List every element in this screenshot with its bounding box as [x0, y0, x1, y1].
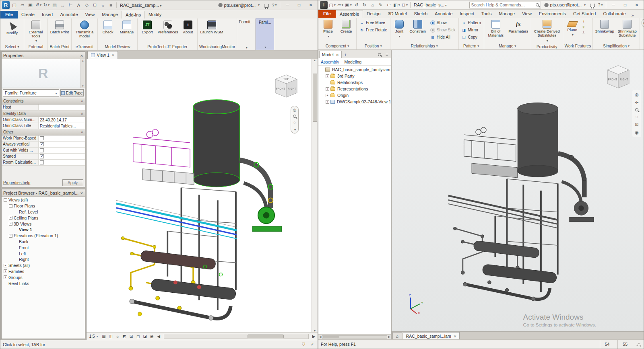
crop-view-icon[interactable]: ⊡ — [128, 333, 134, 339]
tree-item[interactable]: − Floor Plans — [2, 203, 85, 209]
tree-expander[interactable]: − — [9, 234, 12, 238]
home-tab[interactable]: ⌂ — [392, 332, 402, 339]
close-icon[interactable] — [80, 53, 83, 58]
checkbox[interactable] — [40, 160, 44, 164]
tree-item[interactable]: View 1 — [2, 227, 85, 233]
tree-item[interactable]: + Families — [2, 269, 85, 275]
navigation-bar[interactable]: ◎ ◌ — [291, 106, 299, 133]
create-derived-substitutes-button[interactable]: Create Derived Substitutes — [533, 19, 561, 43]
tree-expander[interactable]: + — [326, 100, 329, 104]
search-icon[interactable] — [536, 3, 539, 6]
redo-icon[interactable]: ↻ — [43, 2, 50, 8]
ribbon-tab[interactable]: File — [318, 10, 336, 18]
formit-panel-caret[interactable] — [245, 45, 248, 50]
about-button[interactable]: i About — [180, 20, 196, 35]
ribbon-tab[interactable]: Create — [18, 11, 38, 18]
tree-item[interactable]: Relationships — [318, 79, 391, 86]
tree-item[interactable]: − 3D Views — [2, 221, 85, 227]
checkbox[interactable] — [40, 148, 44, 152]
tree-expander[interactable]: + — [4, 275, 7, 279]
property-row[interactable]: Always vertical ✓ — [2, 142, 85, 148]
revit-logo-menu[interactable]: R — [2, 1, 10, 9]
property-row[interactable]: Cut with Voids ... — [2, 148, 85, 154]
minimize-button[interactable] — [608, 1, 619, 8]
copy-button[interactable]: ❏ Copy — [460, 34, 483, 41]
axis-icon[interactable]: / — [581, 19, 586, 24]
visual-style-icon[interactable]: ◫ — [108, 333, 114, 339]
vertical-scrollbar[interactable]: ▲ ▼ — [312, 59, 318, 332]
inventor-logo-menu[interactable]: I — [320, 1, 328, 9]
joint-button[interactable]: Joint — [392, 19, 407, 39]
revit-3d-canvas[interactable]: TOP FRONT RIGHT ◎ ◌ — [87, 59, 312, 332]
plane-button[interactable]: Plane — [564, 19, 580, 38]
sun-path-icon[interactable]: ☼ — [99, 2, 106, 8]
tree-expander[interactable]: + — [4, 269, 7, 273]
browser-horizontal-scrollbar[interactable]: ◀ ▶ — [318, 334, 391, 339]
orbit-icon[interactable]: ◌ — [636, 114, 638, 119]
show-button[interactable]: Show — [429, 19, 457, 26]
external-tools-button[interactable]: External Tools — [25, 20, 46, 43]
tree-expander[interactable]: − — [9, 222, 12, 226]
property-row[interactable]: Shared ✓ — [2, 154, 85, 160]
property-row[interactable]: Work Plane-Based — [2, 135, 85, 142]
tree-item[interactable]: Revit Links — [2, 280, 85, 286]
panel-label-component[interactable]: Component — [318, 43, 356, 49]
launch-wsm-button[interactable]: Launch WSM — [199, 20, 225, 35]
properties-help-link[interactable]: Properties help — [3, 181, 30, 185]
measure-icon[interactable]: ↔ — [59, 2, 66, 8]
close-icon[interactable] — [80, 191, 83, 195]
cart-icon[interactable] — [263, 2, 270, 8]
ribbon-tab[interactable]: Design — [363, 10, 384, 18]
ribbon-tab[interactable]: Insert — [38, 11, 57, 18]
ribbon-tab[interactable]: View — [518, 10, 535, 18]
scrollbar-thumb[interactable] — [313, 74, 317, 122]
shrinkwrap-button[interactable]: Shrinkwrap — [594, 19, 615, 34]
design-options-icon[interactable]: ✓ — [310, 342, 315, 347]
check-button[interactable]: Check — [99, 20, 117, 35]
parameters-button[interactable]: fx Parameters — [507, 19, 530, 34]
family-panel-caret[interactable] — [264, 44, 266, 50]
tree-expander[interactable]: − — [9, 204, 12, 208]
look-at-icon[interactable]: ⊡ — [635, 122, 638, 127]
browser-menu-icon[interactable]: ≡ — [384, 51, 390, 58]
tree-item[interactable]: RAC_basic_sample_family.iam — [318, 66, 391, 73]
fullnav-wheel-icon[interactable]: ◎ — [635, 92, 639, 97]
save-icon[interactable]: ▣ — [345, 2, 352, 8]
tree-item[interactable]: Front — [2, 244, 85, 250]
shadows-icon[interactable]: ◩ — [122, 333, 128, 339]
tree-item[interactable]: Ref. Level — [2, 209, 85, 215]
horizontal-scrollbar[interactable] — [164, 334, 309, 339]
create-button[interactable]: Create — [337, 19, 355, 34]
batch-print-button[interactable]: Batch Print — [49, 20, 70, 35]
property-row[interactable]: OmniClass Title Residential Tables... — [2, 123, 85, 129]
export-button[interactable]: JT Export — [139, 20, 156, 35]
hide-all-button[interactable]: ⊟ Hide All — [429, 34, 457, 41]
pan-icon[interactable]: ✛ — [635, 100, 638, 105]
tree-item[interactable]: + Origin — [318, 92, 391, 99]
tree-item[interactable]: + Ceiling Plans — [2, 215, 85, 221]
scroll-right-icon[interactable]: ▶ — [311, 333, 317, 339]
checkbox[interactable] — [40, 136, 44, 140]
manage-button[interactable]: Manage — [118, 20, 136, 35]
zoom-icon[interactable] — [293, 115, 296, 118]
tree-item[interactable]: + Representations — [318, 86, 391, 92]
reveal-hidden-icon[interactable]: ◉ — [149, 333, 155, 339]
text-icon[interactable]: A — [75, 2, 82, 8]
modify-button[interactable]: Modify — [2, 20, 23, 36]
ribbon-tab[interactable]: Inspect — [456, 10, 477, 18]
tree-item[interactable]: − Views (all) — [2, 197, 85, 203]
tree-expander[interactable]: + — [4, 264, 7, 267]
modeling-view-link[interactable]: Modeling — [345, 60, 362, 64]
scrollbar-track[interactable] — [322, 335, 387, 339]
section-other[interactable]: Other — [2, 129, 85, 135]
panel-label-select[interactable]: Select — [0, 43, 24, 50]
ribbon-tab[interactable]: View — [82, 11, 99, 18]
tree-item[interactable]: Back — [2, 239, 85, 245]
ribbon-tab[interactable]: Environments — [535, 10, 570, 18]
crop-region-icon[interactable]: ◻ — [135, 333, 141, 339]
home-icon[interactable]: ⌂ — [369, 2, 376, 8]
maximize-button[interactable] — [620, 1, 630, 8]
section-icon[interactable]: ⊟ — [91, 2, 98, 8]
tree-expander[interactable]: + — [326, 94, 329, 97]
panel-label-pattern[interactable]: Pattern — [459, 43, 484, 49]
